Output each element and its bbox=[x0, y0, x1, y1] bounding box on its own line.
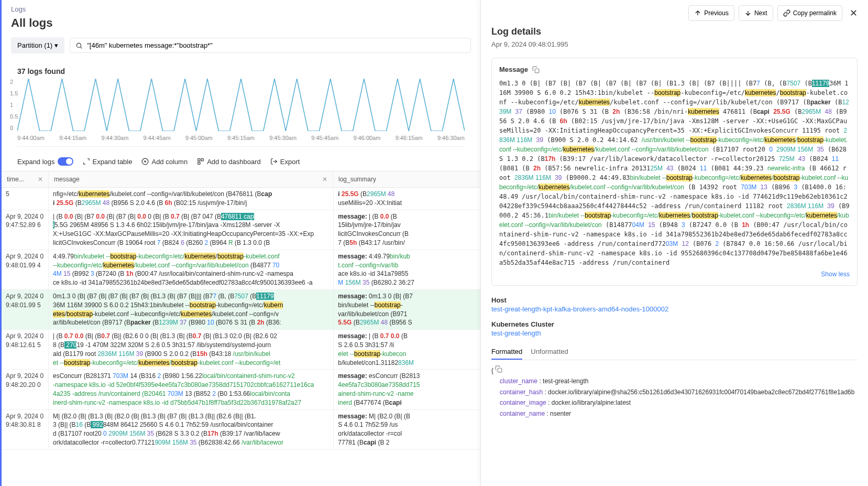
cell-summary: message: esConcurr (B28134ee5fa7c3b080ae… bbox=[334, 370, 480, 409]
cell-message: 0m1.3 0 (B| (B7 (B| (B7 (B| (B7 (B| (B1.… bbox=[49, 290, 334, 329]
next-button[interactable]: Next bbox=[739, 5, 773, 21]
link-icon bbox=[783, 9, 790, 17]
cell-time: Apr 9, 2024 09:48:01.99 5 bbox=[2, 290, 49, 329]
cell-summary: message: 4:49.79bin/kubt.conf --config=/… bbox=[334, 250, 480, 289]
cell-message: nfig=/etc/kubernetes/kubelet.conf --conf… bbox=[49, 188, 334, 210]
svg-rect-7 bbox=[198, 162, 200, 164]
cell-summary: message: 0m1.3 0 (B| (B7bin/kubelet --bo… bbox=[334, 290, 480, 329]
arrow-up-icon bbox=[694, 9, 701, 17]
table-row[interactable]: Apr 9, 2024 09:48:01.99 5 0m1.3 0 (B| (B… bbox=[2, 290, 480, 330]
table-row[interactable]: Apr 9, 2024 09:48:20.20 0 esConcurr (B28… bbox=[2, 370, 480, 409]
copy-icon[interactable] bbox=[532, 66, 540, 73]
table-row[interactable]: Apr 9, 2024 09:47:52.89 6 | (B 0.0 (B| (… bbox=[2, 210, 480, 250]
host-link[interactable]: test-great-length-kpt-kafka-brokers-amd6… bbox=[491, 305, 858, 313]
cell-message: M| (B2.0 (B| (B1.3 (B| (B2.0 (B| (B1.3 (… bbox=[49, 410, 334, 449]
plus-icon bbox=[141, 158, 149, 165]
export-icon bbox=[270, 158, 278, 165]
svg-point-0 bbox=[77, 43, 81, 47]
cluster-label: Kubernetes Cluster bbox=[491, 320, 858, 328]
close-icon[interactable]: ✕ bbox=[38, 176, 43, 183]
cell-time: 5 bbox=[2, 188, 49, 210]
search-box[interactable] bbox=[70, 38, 471, 53]
cell-time: Apr 9, 2024 09:48:20.20 0 bbox=[2, 370, 49, 409]
arrow-down-icon bbox=[744, 9, 752, 17]
cell-summary: message: | (B 0.0 (B15lib/jvm/jre-17/bin… bbox=[334, 210, 480, 250]
host-label: Host bbox=[491, 296, 858, 304]
expand-table-button[interactable]: Expand table bbox=[83, 158, 133, 166]
table-row[interactable]: 5 nfig=/etc/kubernetes/kubelet.conf --co… bbox=[2, 188, 480, 210]
partition-button[interactable]: Partition (1) ▾ bbox=[11, 37, 64, 53]
cell-summary: i 25.5G (B2965M 48useMillis=20 -XX:Initi… bbox=[334, 188, 480, 210]
close-icon[interactable]: ✕ bbox=[322, 176, 327, 183]
column-header-time[interactable]: time...✕ bbox=[2, 171, 49, 187]
add-to-dashboard-button[interactable]: Add to dashboard bbox=[197, 158, 261, 166]
table-row[interactable]: Apr 9, 2024 09:48:30.81 8 M| (B2.0 (B| (… bbox=[2, 410, 480, 450]
svg-rect-12 bbox=[498, 368, 502, 372]
search-input[interactable] bbox=[87, 41, 465, 49]
copy-permalink-button[interactable]: Copy permalink bbox=[777, 5, 842, 21]
cell-message: esConcurr (B281371 703M 14 (B316 2 (B980… bbox=[49, 370, 334, 409]
dashboard-icon bbox=[197, 158, 204, 165]
chevron-down-icon: ▾ bbox=[54, 41, 58, 49]
toggle-on-icon bbox=[58, 157, 73, 166]
column-header-message[interactable]: message✕ bbox=[49, 171, 333, 187]
cell-time: Apr 9, 2024 09:47:52.89 6 bbox=[2, 210, 49, 250]
expand-icon bbox=[83, 158, 90, 165]
log-timestamp: Apr 9, 2024 09:48:01.995 bbox=[491, 40, 858, 48]
svg-rect-6 bbox=[201, 159, 203, 161]
cell-time: Apr 9, 2024 09:48:12.61 5 bbox=[2, 330, 49, 369]
copy-icon[interactable] bbox=[495, 365, 502, 373]
previous-button[interactable]: Previous bbox=[688, 5, 734, 21]
cell-summary: message: | (B 0.7 0.0 (BS 2.6 0.5 3h31:5… bbox=[334, 330, 480, 369]
add-column-button[interactable]: Add column bbox=[141, 158, 188, 166]
search-icon bbox=[75, 42, 83, 49]
cluster-link[interactable]: test-great-length bbox=[491, 329, 858, 337]
breadcrumb[interactable]: Logs bbox=[2, 0, 480, 13]
cell-message: 4:49.79bin/kubelet --bootstrap-kubeconfi… bbox=[49, 250, 334, 289]
expand-logs-toggle[interactable]: Expand logs bbox=[17, 157, 73, 166]
table-row[interactable]: Apr 9, 2024 09:48:01.99 4 4:49.79bin/kub… bbox=[2, 250, 480, 290]
cell-message: | (B 0.0 (B| (B7 0.0 (B| (B7 (B| 0.0 0 (… bbox=[49, 210, 334, 250]
results-count: 37 logs found bbox=[2, 61, 480, 79]
show-less-button[interactable]: Show less bbox=[499, 271, 850, 278]
log-details-panel: Previous Next Copy permalink ✕ Log detai… bbox=[480, 0, 868, 486]
cell-time: Apr 9, 2024 09:48:30.81 8 bbox=[2, 410, 49, 449]
json-view: { cluster_name : test-great-lengthcontai… bbox=[491, 365, 858, 419]
svg-rect-5 bbox=[198, 159, 200, 161]
svg-rect-11 bbox=[535, 69, 539, 73]
log-count-chart[interactable]: 2 1.5 1 0.5 0 9:44:00am9:44:15am9:44:30a… bbox=[17, 79, 465, 147]
cell-message: | (B 0.7 0.0 (B| (B0.7 (B|| (B2.6 0 0 (B… bbox=[49, 330, 334, 369]
svg-line-1 bbox=[81, 47, 82, 48]
column-header-summary[interactable]: log_summary bbox=[333, 171, 480, 187]
cell-summary: message: M| (B2.0 (B| (BS 4.6 0.1 7h52:5… bbox=[334, 410, 480, 449]
tab-unformatted[interactable]: Unformatted bbox=[531, 344, 568, 360]
message-content: 0m1.3 0 (B| (B7 (B| (B7 (B| (B7 (B| (B7 … bbox=[499, 79, 850, 267]
table-row[interactable]: Apr 9, 2024 09:48:12.61 5 | (B 0.7 0.0 (… bbox=[2, 330, 480, 370]
cell-time: Apr 9, 2024 09:48:01.99 4 bbox=[2, 250, 49, 289]
tab-formatted[interactable]: Formatted bbox=[491, 344, 522, 360]
panel-title: Log details bbox=[491, 26, 858, 37]
message-label: Message bbox=[499, 66, 528, 73]
export-button[interactable]: Export bbox=[270, 158, 300, 166]
page-title: All logs bbox=[2, 13, 480, 37]
close-panel-button[interactable]: ✕ bbox=[847, 5, 861, 21]
